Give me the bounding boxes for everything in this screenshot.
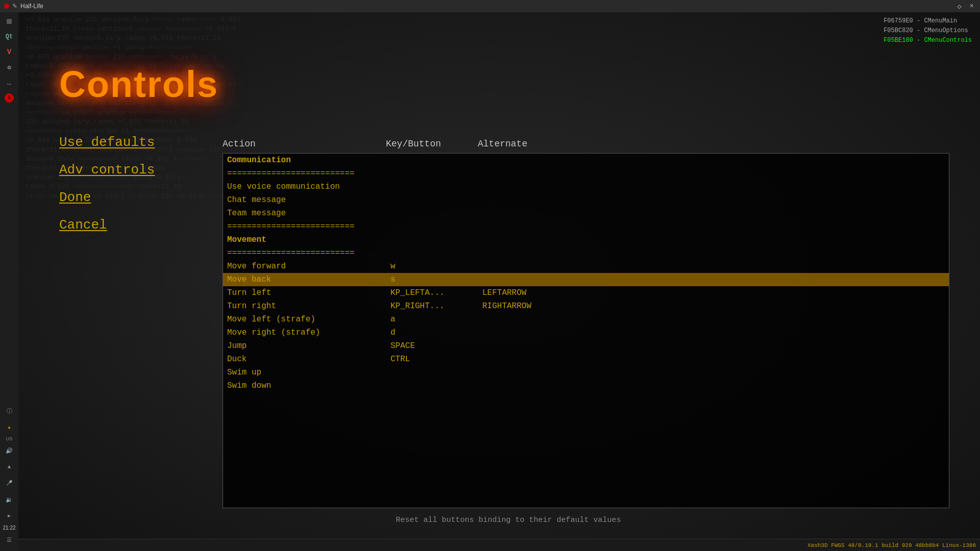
main-content: Controls Use defaults Adv controls Done …	[18, 12, 980, 539]
sidebar-menu[interactable]: ☰	[2, 533, 16, 547]
sidebar-sound[interactable]: 🔉	[2, 492, 16, 507]
sidebar-bottom-info[interactable]: ⓘ	[2, 404, 16, 418]
sidebar-icon-v[interactable]: V	[2, 45, 16, 59]
page-title: Controls	[59, 63, 218, 105]
row-move-left[interactable]: Move left (strafe) a	[223, 313, 949, 326]
debug-line1: F06759E0 - CMenuMain	[884, 16, 972, 26]
pin-button[interactable]: ◇	[955, 2, 963, 11]
row-chat-message[interactable]: Chat message	[223, 193, 949, 207]
top-bar-right: ◇ ×	[955, 2, 976, 11]
cancel-button[interactable]: Cancel	[59, 217, 155, 233]
sidebar-bottom-star[interactable]: ★	[2, 420, 16, 434]
sidebar-wifi[interactable]: ▲	[2, 460, 16, 474]
row-team-message[interactable]: Team message	[223, 207, 949, 220]
debug-info: F06759E0 - CMenuMain F05BC820 - CMenuOpt…	[884, 16, 972, 46]
sidebar-locale: US	[6, 436, 13, 441]
row-jump[interactable]: Jump SPACE	[223, 339, 949, 353]
divider-2: ==========================	[223, 220, 949, 233]
col-header-alternate: Alternate	[478, 139, 527, 149]
controls-table[interactable]: Communication ==========================…	[223, 153, 949, 508]
column-headers: Action Key/Button Alternate	[223, 139, 949, 149]
row-swim-up[interactable]: Swim up	[223, 366, 949, 379]
sidebar-volume[interactable]: 🔊	[2, 443, 16, 458]
sidebar: Qt V ⚙ … λ ⓘ ★ US 🔊 ▲ 🎤 🔉	[0, 12, 18, 551]
col-header-key: Key/Button	[386, 139, 478, 149]
sidebar-icon-1[interactable]	[2, 14, 16, 29]
pencil-icon: ✎	[12, 3, 17, 10]
bottom-bar: Xash3D FWGS 48/0.19.1 build 929 48bb8b4 …	[18, 539, 980, 551]
sidebar-icon-steam[interactable]: ⚙	[2, 60, 16, 74]
divider-1: ==========================	[223, 167, 949, 180]
sidebar-icon-hl[interactable]: λ	[2, 91, 16, 105]
section-movement: Movement	[223, 233, 949, 246]
row-swim-down[interactable]: Swim down	[223, 379, 949, 392]
close-button[interactable]: ×	[968, 2, 976, 10]
done-button[interactable]: Done	[59, 190, 155, 205]
row-voice-comm[interactable]: Use voice communication	[223, 180, 949, 193]
section-communication-label: Communication	[227, 156, 390, 165]
adv-controls-button[interactable]: Adv controls	[59, 162, 155, 178]
status-text: Reset all buttons binding to their defau…	[37, 516, 980, 524]
debug-line3: F05BE180 - CMenuControls	[884, 36, 972, 45]
row-turn-right[interactable]: Turn right KP_RIGHT... RIGHTARROW	[223, 299, 949, 313]
row-move-right[interactable]: Move right (strafe) d	[223, 326, 949, 339]
controls-table-inner[interactable]: Communication ==========================…	[223, 154, 949, 508]
sidebar-arrow[interactable]: ▶	[2, 509, 16, 523]
row-move-back[interactable]: Move back s	[223, 273, 949, 286]
section-movement-label: Movement	[227, 235, 390, 244]
row-duck[interactable]: Duck CTRL	[223, 353, 949, 366]
debug-line2: F05BC820 - CMenuOptions	[884, 26, 972, 36]
divider-3: ==========================	[223, 246, 949, 260]
engine-info: Xash3D FWGS 48/0.19.1 build 929 48bb8b4 …	[807, 542, 976, 548]
sidebar-mic[interactable]: 🎤	[2, 476, 16, 490]
row-turn-left[interactable]: Turn left KP_LEFTA... LEFTARROW	[223, 286, 949, 299]
top-bar-left: ✎ Half-Life	[4, 3, 43, 10]
row-move-forward[interactable]: Move forward w	[223, 260, 949, 273]
sidebar-icon-dots[interactable]: …	[2, 76, 16, 90]
section-communication: Communication	[223, 154, 949, 167]
sidebar-time: 21:22	[3, 525, 15, 531]
left-menu: Use defaults Adv controls Done Cancel	[59, 135, 155, 233]
col-header-action: Action	[223, 139, 386, 149]
sidebar-icon-qt[interactable]: Qt	[2, 30, 16, 44]
use-defaults-button[interactable]: Use defaults	[59, 135, 155, 150]
top-bar: ✎ Half-Life ◇ ×	[0, 0, 980, 12]
window-title: Half-Life	[20, 3, 43, 10]
app-icon	[4, 4, 9, 9]
